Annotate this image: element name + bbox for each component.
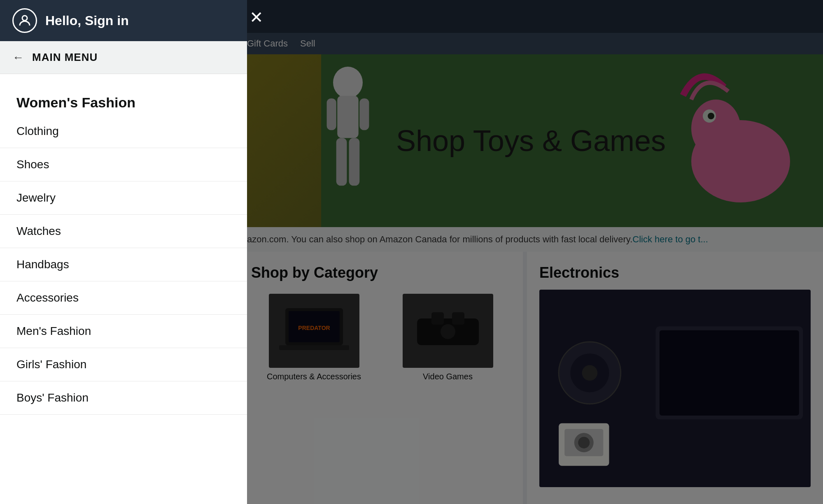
back-arrow-icon[interactable]: ←: [12, 51, 24, 64]
menu-item-boys-fashion[interactable]: Boys' Fashion: [0, 381, 247, 415]
menu-item-accessories[interactable]: Accessories: [0, 281, 247, 315]
menu-item-mens-fashion[interactable]: Men's Fashion: [0, 315, 247, 348]
svg-point-30: [22, 16, 27, 21]
sidebar-header: Hello, Sign in: [0, 0, 247, 41]
women-fashion-title: Women's Fashion: [0, 86, 247, 115]
menu-item-clothing[interactable]: Clothing: [0, 115, 247, 148]
sidebar-content: Women's Fashion Clothing Shoes Jewelry W…: [0, 74, 247, 504]
main-menu-bar: ← MAIN MENU: [0, 41, 247, 74]
main-menu-label: MAIN MENU: [32, 51, 98, 64]
menu-item-jewelry[interactable]: Jewelry: [0, 181, 247, 215]
user-avatar-icon: [12, 8, 37, 33]
close-button[interactable]: ✕: [245, 6, 268, 29]
menu-item-girls-fashion[interactable]: Girls' Fashion: [0, 348, 247, 381]
menu-item-handbags[interactable]: Handbags: [0, 248, 247, 281]
sidebar-panel: Hello, Sign in ← MAIN MENU Women's Fashi…: [0, 0, 247, 504]
hello-sign-in-text[interactable]: Hello, Sign in: [45, 13, 129, 28]
menu-item-shoes[interactable]: Shoes: [0, 148, 247, 181]
menu-item-watches[interactable]: Watches: [0, 215, 247, 248]
